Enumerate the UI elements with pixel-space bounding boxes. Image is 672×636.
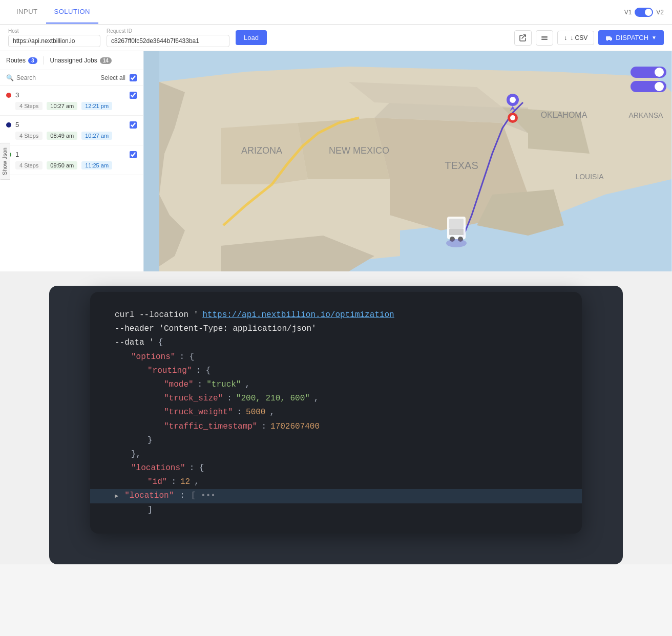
code-comma-2: , <box>314 392 319 406</box>
svg-text:LOUISIA: LOUISIA <box>575 173 604 181</box>
routes-list: 3 4 Steps 10:27 am 12:21 pm 5 <box>0 86 143 175</box>
top-bar: INPUT SOLUTION V1 V2 <box>0 0 672 25</box>
code-line-1: curl --location 'https://api.nextbillion… <box>115 308 557 322</box>
route-3-info: 4 Steps 10:27 am 12:21 pm <box>6 102 137 110</box>
request-id-input[interactable] <box>107 35 229 47</box>
version-toggle-track[interactable] <box>635 8 653 17</box>
host-field-group: Host <box>8 28 100 47</box>
tab-divider <box>44 56 44 65</box>
code-comma-3: , <box>269 406 275 419</box>
code-line-12: "locations": { <box>115 461 557 475</box>
code-line-11: }, <box>115 448 557 461</box>
code-data: --data ' <box>115 336 154 350</box>
route-3-steps: 4 Steps <box>15 102 43 110</box>
toolbar: Host Request ID Load ↓ <box>0 25 672 51</box>
route-5-header: 5 <box>6 121 137 129</box>
map-area[interactable]: ARIZONA NEW MEXICO TEXAS OKLAHOMA ARKANS… <box>143 51 672 271</box>
share-button[interactable] <box>514 30 532 46</box>
code-line-9: "traffic_timestamp": 1702607400 <box>115 420 557 434</box>
routes-tab[interactable]: Routes 3 <box>6 57 37 64</box>
svg-point-5 <box>611 39 612 40</box>
code-colon-6: : <box>261 420 266 434</box>
show-json-area: Show Json <box>0 143 10 180</box>
code-comma-1: , <box>245 378 250 392</box>
dispatch-button[interactable]: DISPATCH ▼ <box>598 30 664 45</box>
code-url[interactable]: https://api.nextbillion.io/optimization <box>202 308 394 322</box>
select-all-checkbox[interactable] <box>130 74 137 81</box>
code-line-3: --data '{ <box>115 336 557 350</box>
route-3-header: 3 <box>6 91 137 99</box>
code-timestamp-key: "traffic_timestamp" <box>164 420 257 434</box>
share-icon <box>519 34 527 42</box>
code-colon-3: : <box>198 378 203 392</box>
download-icon: ↓ <box>564 34 567 41</box>
code-colon-2: : { <box>196 364 211 378</box>
tab-input[interactable]: INPUT <box>8 1 46 24</box>
code-line-2: --header 'Content-Type: application/json… <box>115 322 557 336</box>
route-3-time1: 10:27 am <box>47 102 77 110</box>
route-item-5[interactable]: 5 4 Steps 08:49 am 10:27 am <box>0 116 143 145</box>
code-options-key: "options" <box>131 350 175 364</box>
svg-text:OKLAHOMA: OKLAHOMA <box>541 111 587 119</box>
unassigned-tab-label: Unassigned Jobs <box>50 57 97 64</box>
code-curl: curl --location ' <box>115 308 198 322</box>
dispatch-arrow-icon: ▼ <box>652 35 657 40</box>
route-3-checkbox[interactable] <box>130 92 137 99</box>
svg-rect-1 <box>541 37 548 38</box>
code-id-key: "id" <box>148 475 167 489</box>
code-line-8: "truck_weight": 5000, <box>115 406 557 419</box>
code-section: curl --location 'https://api.nextbillion… <box>0 271 672 564</box>
load-button[interactable]: Load <box>236 30 267 45</box>
tab-solution[interactable]: SOLUTION <box>46 1 98 24</box>
svg-point-12 <box>446 239 467 247</box>
svg-point-26 <box>655 82 664 91</box>
svg-point-16 <box>510 115 515 120</box>
request-id-label: Request ID <box>107 28 229 34</box>
code-close-options: }, <box>131 448 141 461</box>
sidebar-tabs: Routes 3 Unassigned Jobs 14 <box>0 51 143 70</box>
code-truck-weight-val: 5000 <box>246 406 265 419</box>
code-colon-5: : <box>237 406 242 419</box>
route-1-header: 1 <box>6 151 137 158</box>
route-item-3[interactable]: 3 4 Steps 10:27 am 12:21 pm <box>0 86 143 116</box>
code-id-val: 12 <box>180 475 190 489</box>
version-v1-label: V1 <box>624 9 632 16</box>
code-block: curl --location 'https://api.nextbillion… <box>90 292 582 534</box>
route-item-1[interactable]: 1 4 Steps 09:50 am 11:25 am <box>0 145 143 175</box>
route-5-dot <box>6 122 11 128</box>
route-3-time2: 12:21 pm <box>81 102 112 110</box>
code-header: --header 'Content-Type: application/json… <box>115 322 317 336</box>
code-routing-key: "routing" <box>148 364 192 378</box>
version-v2-label: V2 <box>656 9 664 16</box>
svg-rect-3 <box>606 36 611 40</box>
show-json-tab[interactable]: Show Json <box>0 143 10 180</box>
code-locations-key: "locations" <box>131 461 185 475</box>
unassigned-tab[interactable]: Unassigned Jobs 14 <box>50 57 112 64</box>
csv-label: ↓ CSV <box>570 34 587 41</box>
code-line-13: "id": 12, <box>115 475 557 489</box>
expand-icon[interactable]: ▶ <box>115 491 118 501</box>
route-1-time2: 11:25 am <box>81 161 112 169</box>
host-label: Host <box>8 28 100 34</box>
route-5-checkbox[interactable] <box>130 121 137 129</box>
route-3-dot <box>6 93 11 98</box>
main-content: Show Json Routes 3 Unassigned Jobs 14 🔍 <box>0 51 672 271</box>
tab-group: INPUT SOLUTION <box>8 1 98 24</box>
code-colon-7: : { <box>190 461 204 475</box>
svg-point-14 <box>510 97 516 103</box>
code-location-key: "location" <box>124 489 174 503</box>
code-mode-val: "truck" <box>206 378 241 392</box>
settings-icon <box>540 34 549 42</box>
route-5-number: 5 <box>15 121 125 129</box>
routes-tab-label: Routes <box>6 57 26 64</box>
route-5-info: 4 Steps 08:49 am 10:27 am <box>6 132 137 140</box>
settings-button[interactable] <box>536 30 553 46</box>
host-input[interactable] <box>8 35 100 47</box>
route-1-checkbox[interactable] <box>130 151 137 158</box>
route-5-steps: 4 Steps <box>15 132 43 140</box>
svg-text:ARIZONA: ARIZONA <box>241 145 282 156</box>
search-input[interactable] <box>16 74 96 81</box>
csv-button[interactable]: ↓ ↓ CSV <box>557 31 594 45</box>
code-brace-open: { <box>158 336 163 350</box>
search-icon: 🔍 <box>6 74 14 81</box>
